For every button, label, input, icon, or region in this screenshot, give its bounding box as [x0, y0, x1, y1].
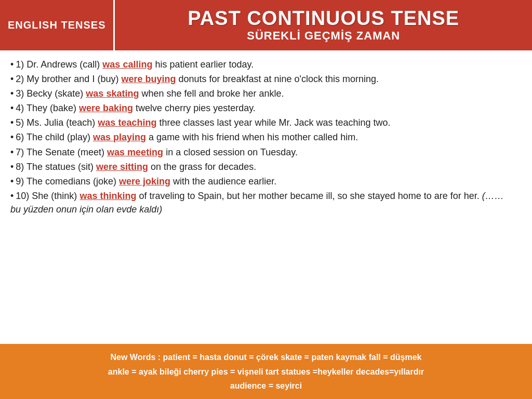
page-title: PAST CONTINUOUS TENSE [188, 8, 459, 30]
bullet: • [10, 147, 14, 157]
header: ENGLISH TENSES PAST CONTINUOUS TENSE SÜR… [0, 0, 532, 50]
bullet: • [10, 176, 14, 187]
sentence-after: on the grass for decades. [148, 162, 256, 172]
bullet: • [10, 59, 14, 70]
content-area: •1) Dr. Andrews (call) was calling his p… [0, 50, 532, 221]
sentence-after: in a closed session on Tuesday. [163, 147, 298, 157]
sentence-item: •1) Dr. Andrews (call) was calling his p… [10, 58, 516, 71]
header-right: PAST CONTINUOUS TENSE SÜREKLİ GEÇMİŞ ZAM… [115, 0, 532, 50]
sentence-item: •4) They (bake) were baking twelve cherr… [10, 101, 516, 115]
bullet: • [10, 88, 14, 99]
sentence-after: a game with his friend when his mother c… [146, 132, 358, 142]
sentence-item: •9) The comedians (joke) were joking wit… [10, 175, 516, 188]
sentence-before: 5) Ms. Julia (teach) [16, 117, 98, 128]
sentence-before: 8) The statues (sit) [16, 162, 96, 172]
sentence-answer: were buying [121, 74, 176, 84]
sentence-after: donuts for breakfast at nine o'clock thi… [176, 74, 379, 84]
sentence-before: 2) My brother and I (buy) [16, 74, 121, 84]
sentence-item: •5) Ms. Julia (teach) was teaching three… [10, 116, 516, 129]
sentence-before: 3) Becky (skate) [16, 88, 86, 99]
sentence-before: 10) She (think) [16, 191, 79, 201]
sentence-answer: was teaching [98, 117, 156, 128]
sentence-answer: was meeting [107, 147, 163, 157]
sentence-item: •3) Becky (skate) was skating when she f… [10, 87, 516, 100]
bullet: • [10, 132, 14, 142]
sentence-answer: was skating [86, 88, 139, 99]
bullet: • [10, 191, 14, 201]
sentence-item: •2) My brother and I (buy) were buying d… [10, 72, 516, 86]
sentence-after: with the audience earlier. [170, 176, 276, 187]
sentence-item: •7) The Senate (meet) was meeting in a c… [10, 145, 516, 159]
sentence-before: 1) Dr. Andrews (call) [16, 59, 102, 70]
sentence-after: twelve cherry pies yesterday. [133, 103, 256, 113]
sentence-item: •10) She (think) was thinking of traveli… [10, 189, 516, 216]
header-left: ENGLISH TENSES [0, 0, 115, 50]
sentence-item: •8) The statues (sit) were sitting on th… [10, 160, 516, 174]
page-subtitle: SÜREKLİ GEÇMİŞ ZAMAN [247, 29, 400, 43]
sentence-after: three classes last year while Mr. Jack w… [156, 117, 390, 128]
sentence-before: 7) The Senate (meet) [16, 147, 107, 157]
vocab-line3: audience = seyirci [10, 379, 522, 393]
sentence-answer: were sitting [96, 162, 148, 172]
sentence-item: •6) The child (play) was playing a game … [10, 130, 516, 144]
bullet: • [10, 74, 14, 84]
sentence-answer: were joking [119, 176, 170, 187]
sentence-after: of traveling to Spain, but her mother be… [136, 191, 482, 201]
sentence-after: when she fell and broke her ankle. [139, 88, 284, 99]
vocab-box: New Words : patient = hasta donut = çöre… [0, 344, 532, 399]
vocab-line1: New Words : patient = hasta donut = çöre… [10, 350, 522, 364]
sentence-before: 4) They (bake) [16, 103, 79, 113]
sentence-after: his patient earlier today. [152, 59, 254, 70]
english-tenses-label: ENGLISH TENSES [8, 19, 105, 31]
sentence-answer: was thinking [79, 191, 136, 201]
bullet: • [10, 117, 14, 128]
sentence-before: 6) The child (play) [16, 132, 93, 142]
sentence-answer: was calling [102, 59, 152, 70]
sentence-answer: was playing [93, 132, 146, 142]
bullet: • [10, 162, 14, 172]
sentence-before: 9) The comedians (joke) [16, 176, 119, 187]
vocab-line2: ankle = ayak bileği cherry pies = vişnel… [10, 365, 522, 379]
bullet: • [10, 103, 14, 113]
sentence-answer: were baking [79, 103, 133, 113]
